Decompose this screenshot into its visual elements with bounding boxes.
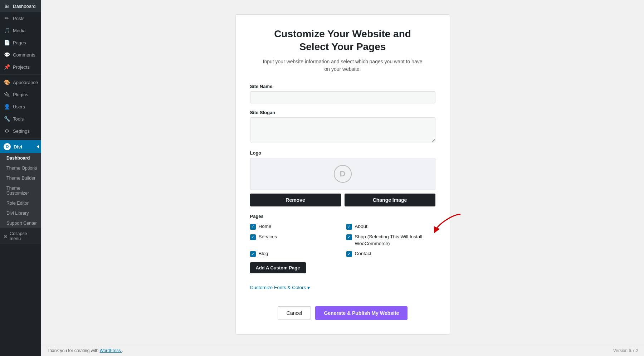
remove-logo-button[interactable]: Remove (250, 194, 341, 206)
page-checkbox-shop[interactable] (346, 234, 352, 240)
sidebar-label-pages: Pages (13, 40, 26, 45)
logo-icon: D (334, 165, 352, 183)
sidebar-label-users: Users (13, 104, 25, 109)
collapse-label: Collapse menu (10, 231, 38, 241)
sidebar-item-divi-library[interactable]: Divi Library (0, 208, 41, 218)
sidebar-item-appearance[interactable]: 🎨 Appearance (0, 76, 41, 88)
action-buttons: Cancel Generate & Publish My Website (250, 306, 435, 320)
site-name-group: Site Name (250, 84, 435, 103)
customize-fonts-link[interactable]: Customize Fonts & Colors ▾ (250, 284, 435, 299)
site-name-label: Site Name (250, 84, 435, 89)
divi-dashboard-label[interactable]: Dashboard (0, 153, 41, 163)
page-checkbox-blog[interactable] (250, 251, 256, 257)
page-label-about: About (355, 223, 367, 230)
sidebar-item-settings[interactable]: ⚙ Settings (0, 125, 41, 137)
page-label-blog: Blog (259, 250, 268, 257)
sidebar-item-media[interactable]: 🎵 Media (0, 24, 41, 36)
page-item-blog: Blog (250, 250, 339, 257)
footer: Thank you for creating with WordPress . … (41, 345, 644, 356)
logo-preview: D (250, 158, 435, 190)
divi-submenu: Dashboard Theme Options Theme Builder Th… (0, 153, 41, 228)
sidebar-label-settings: Settings (13, 128, 30, 134)
page-item-services: Services (250, 234, 339, 247)
sidebar-label-projects: Projects (13, 64, 30, 70)
sidebar-item-theme-builder[interactable]: Theme Builder (0, 173, 41, 183)
sidebar-item-role-editor[interactable]: Role Editor (0, 198, 41, 208)
wordpress-link[interactable]: WordPress (99, 348, 122, 353)
site-slogan-label: Site Slogan (250, 110, 435, 115)
page-label-home: Home (259, 223, 272, 230)
cancel-button[interactable]: Cancel (278, 306, 311, 320)
sidebar-item-users[interactable]: 👤 Users (0, 101, 41, 113)
generate-publish-button[interactable]: Generate & Publish My Website (315, 306, 408, 320)
logo-label: Logo (250, 150, 435, 156)
page-title: Customize Your Website and Select Your P… (250, 28, 435, 54)
sidebar-item-comments[interactable]: 💬 Comments (0, 49, 41, 61)
comments-icon: 💬 (4, 52, 10, 58)
pages-grid-wrapper: Home About (250, 223, 435, 258)
media-icon: 🎵 (4, 27, 10, 34)
pages-section: Pages Home About (250, 214, 435, 299)
sidebar-item-posts[interactable]: ✏ Posts (0, 12, 41, 24)
customize-dropdown-icon: ▾ (307, 285, 310, 291)
customize-fonts-text: Customize Fonts & Colors (250, 285, 306, 290)
main-content-area: Customize Your Website and Select Your P… (41, 0, 644, 356)
page-item-contact: Contact (346, 250, 435, 257)
page-item-home: Home (250, 223, 339, 230)
sidebar-item-tools[interactable]: 🔧 Tools (0, 113, 41, 125)
tools-icon: 🔧 (4, 116, 10, 122)
sidebar-label-appearance: Appearance (13, 80, 38, 85)
sidebar-label-comments: Comments (13, 52, 35, 58)
add-custom-page-button[interactable]: Add A Custom Page (250, 262, 306, 273)
sidebar-label-plugins: Plugins (13, 92, 28, 97)
collapse-icon: ⊙ (4, 234, 8, 239)
projects-icon: 📌 (4, 64, 10, 70)
page-label-shop: Shop (Selecting This Will Install WooCom… (355, 234, 435, 247)
sidebar-label-dashboard: Dashboard (13, 4, 36, 9)
logo-buttons: Remove Change Image (250, 194, 435, 206)
divi-section: D Divi Dashboard Theme Options Theme Bui… (0, 140, 41, 244)
sidebar-item-projects[interactable]: 📌 Projects (0, 61, 41, 73)
sidebar-item-theme-customizer[interactable]: Theme Customizer (0, 183, 41, 198)
sidebar-divider-2 (0, 138, 41, 139)
change-image-button[interactable]: Change Image (345, 194, 435, 206)
page-checkbox-about[interactable] (346, 224, 352, 230)
customize-fonts-anchor[interactable]: Customize Fonts & Colors ▾ (250, 285, 310, 291)
page-item-shop: Shop (Selecting This Will Install WooCom… (346, 234, 435, 247)
sidebar-item-plugins[interactable]: 🔌 Plugins (0, 88, 41, 101)
sidebar-item-pages[interactable]: 📄 Pages (0, 36, 41, 49)
customize-panel: Customize Your Website and Select Your P… (235, 14, 450, 335)
collapse-menu-button[interactable]: ⊙ Collapse menu (0, 228, 41, 244)
page-subtitle: Input your website information and selec… (250, 58, 435, 73)
arrow-annotation (432, 213, 464, 234)
sidebar-item-dashboard[interactable]: ⊞ Dashboard (0, 0, 41, 12)
settings-icon: ⚙ (4, 128, 10, 134)
sidebar-label-posts: Posts (13, 16, 25, 21)
sidebar-label-media: Media (13, 28, 25, 33)
sidebar: ⊞ Dashboard ✏ Posts 🎵 Media 📄 Pages 💬 Co… (0, 0, 41, 356)
sidebar-item-support-center[interactable]: Support Center (0, 218, 41, 228)
version-text: Version 6.7.2 (613, 348, 638, 353)
page-checkbox-services[interactable] (250, 234, 256, 240)
appearance-icon: 🎨 (4, 79, 10, 86)
site-slogan-input[interactable] (250, 117, 435, 142)
dashboard-icon: ⊞ (4, 3, 10, 9)
divi-label: Divi (14, 144, 22, 150)
pages-icon: 📄 (4, 39, 10, 46)
plugins-icon: 🔌 (4, 91, 10, 98)
users-icon: 👤 (4, 103, 10, 110)
page-item-about: About (346, 223, 435, 230)
sidebar-label-tools: Tools (13, 116, 24, 122)
page-label-contact: Contact (355, 250, 372, 257)
sidebar-divider (0, 74, 41, 75)
divi-menu-header[interactable]: D Divi (0, 140, 41, 153)
page-checkbox-contact[interactable] (346, 251, 352, 257)
page-checkbox-home[interactable] (250, 224, 256, 230)
footer-text: Thank you for creating with WordPress . (47, 348, 123, 353)
sidebar-item-theme-options[interactable]: Theme Options (0, 163, 41, 173)
site-name-input[interactable] (250, 91, 435, 103)
divi-icon: D (4, 143, 11, 150)
pages-label: Pages (250, 214, 435, 219)
pages-grid: Home About (250, 223, 435, 258)
logo-group: Logo D Remove Change Image (250, 150, 435, 206)
